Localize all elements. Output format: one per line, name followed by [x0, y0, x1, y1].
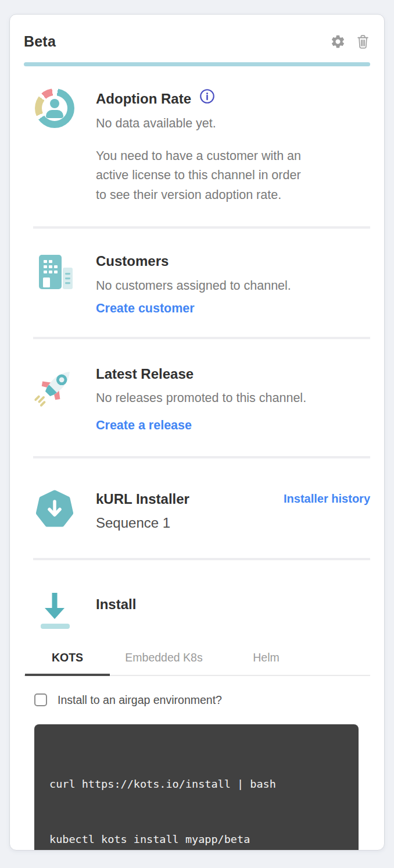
tab-kots[interactable]: KOTS [24, 651, 111, 675]
heptagon-download-icon [33, 490, 76, 531]
channel-actions [330, 34, 370, 49]
tab-embedded-k8s[interactable]: Embedded K8s [111, 651, 217, 675]
adoption-rate-title: Adoption Rate [96, 90, 191, 108]
adoption-donut-user-icon [33, 88, 76, 205]
info-icon[interactable] [199, 88, 215, 108]
section-latest-release: Latest Release No releases promoted to t… [33, 339, 370, 459]
install-tabs: KOTS Embedded K8s Helm [24, 651, 370, 676]
installer-history-link[interactable]: Installer history [284, 492, 370, 506]
install-command-line-2: kubectl kots install myapp/beta [49, 830, 343, 848]
section-adoption-rate: Adoption Rate No data available yet. You… [33, 66, 370, 229]
adoption-rate-title-row: Adoption Rate [96, 88, 370, 108]
trash-icon[interactable] [356, 34, 370, 49]
airgap-label: Install to an airgap environment? [58, 693, 222, 707]
rocket-icon [33, 365, 76, 433]
create-release-link[interactable]: Create a release [96, 418, 192, 433]
channel-accent-bar [24, 62, 370, 66]
section-kurl-installer: kURL Installer Sequence 1 Installer hist… [33, 458, 370, 560]
download-arrow-icon [33, 587, 76, 634]
adoption-empty-text: No data available yet. [96, 114, 370, 133]
kurl-installer-title: kURL Installer [96, 490, 264, 508]
latest-release-title: Latest Release [96, 365, 370, 383]
customers-title: Customers [96, 252, 370, 270]
airgap-checkbox[interactable] [34, 693, 47, 706]
section-install: Install [33, 560, 370, 634]
adoption-hint-text: You need to have a customer with an acti… [96, 147, 370, 206]
gear-icon[interactable] [330, 34, 346, 49]
customers-empty-text: No customers assigned to channel. [96, 276, 370, 296]
section-customers: Customers No customers assigned to chann… [33, 229, 370, 339]
install-title: Install [96, 595, 370, 613]
buildings-icon [33, 252, 76, 316]
channel-card-header: Beta [24, 15, 370, 50]
install-command-block: curl https://kots.io/install | bash kube… [34, 724, 359, 851]
tab-helm[interactable]: Helm [217, 651, 316, 675]
install-command-line-1: curl https://kots.io/install | bash [49, 775, 343, 793]
create-customer-link[interactable]: Create customer [96, 301, 195, 316]
channel-card: Beta [9, 14, 385, 851]
channel-title: Beta [24, 33, 330, 50]
latest-release-empty-text: No releases promoted to this channel. [96, 389, 370, 408]
kurl-sequence-label: Sequence 1 [96, 515, 264, 531]
airgap-row: Install to an airgap environment? [34, 693, 370, 707]
